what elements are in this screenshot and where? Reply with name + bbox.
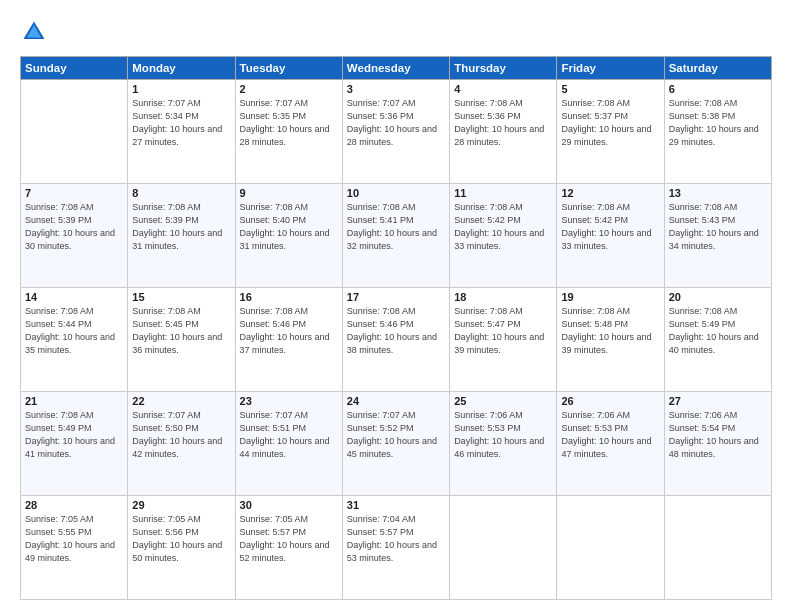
- day-info: Sunrise: 7:08 AMSunset: 5:41 PMDaylight:…: [347, 201, 445, 253]
- day-number: 5: [561, 83, 659, 95]
- day-number: 2: [240, 83, 338, 95]
- day-number: 4: [454, 83, 552, 95]
- day-info: Sunrise: 7:08 AMSunset: 5:42 PMDaylight:…: [561, 201, 659, 253]
- calendar-cell: 7Sunrise: 7:08 AMSunset: 5:39 PMDaylight…: [21, 184, 128, 288]
- calendar-cell: 11Sunrise: 7:08 AMSunset: 5:42 PMDayligh…: [450, 184, 557, 288]
- day-number: 12: [561, 187, 659, 199]
- calendar-cell: 27Sunrise: 7:06 AMSunset: 5:54 PMDayligh…: [664, 392, 771, 496]
- calendar-cell: 22Sunrise: 7:07 AMSunset: 5:50 PMDayligh…: [128, 392, 235, 496]
- calendar-cell: 6Sunrise: 7:08 AMSunset: 5:38 PMDaylight…: [664, 80, 771, 184]
- calendar-week-row: 7Sunrise: 7:08 AMSunset: 5:39 PMDaylight…: [21, 184, 772, 288]
- col-header-monday: Monday: [128, 57, 235, 80]
- day-number: 13: [669, 187, 767, 199]
- calendar-cell: 14Sunrise: 7:08 AMSunset: 5:44 PMDayligh…: [21, 288, 128, 392]
- day-info: Sunrise: 7:08 AMSunset: 5:48 PMDaylight:…: [561, 305, 659, 357]
- day-number: 23: [240, 395, 338, 407]
- calendar-cell: 26Sunrise: 7:06 AMSunset: 5:53 PMDayligh…: [557, 392, 664, 496]
- day-number: 8: [132, 187, 230, 199]
- day-info: Sunrise: 7:07 AMSunset: 5:52 PMDaylight:…: [347, 409, 445, 461]
- calendar-cell: 9Sunrise: 7:08 AMSunset: 5:40 PMDaylight…: [235, 184, 342, 288]
- day-number: 29: [132, 499, 230, 511]
- day-number: 25: [454, 395, 552, 407]
- header: [20, 18, 772, 46]
- day-info: Sunrise: 7:08 AMSunset: 5:49 PMDaylight:…: [25, 409, 123, 461]
- calendar-cell: 25Sunrise: 7:06 AMSunset: 5:53 PMDayligh…: [450, 392, 557, 496]
- day-number: 20: [669, 291, 767, 303]
- day-number: 31: [347, 499, 445, 511]
- calendar-cell: [664, 496, 771, 600]
- day-number: 21: [25, 395, 123, 407]
- day-number: 1: [132, 83, 230, 95]
- day-number: 26: [561, 395, 659, 407]
- day-info: Sunrise: 7:07 AMSunset: 5:35 PMDaylight:…: [240, 97, 338, 149]
- day-info: Sunrise: 7:08 AMSunset: 5:46 PMDaylight:…: [347, 305, 445, 357]
- calendar-cell: 8Sunrise: 7:08 AMSunset: 5:39 PMDaylight…: [128, 184, 235, 288]
- day-info: Sunrise: 7:08 AMSunset: 5:38 PMDaylight:…: [669, 97, 767, 149]
- day-number: 14: [25, 291, 123, 303]
- calendar-table: SundayMondayTuesdayWednesdayThursdayFrid…: [20, 56, 772, 600]
- day-info: Sunrise: 7:06 AMSunset: 5:54 PMDaylight:…: [669, 409, 767, 461]
- day-number: 22: [132, 395, 230, 407]
- day-number: 10: [347, 187, 445, 199]
- day-info: Sunrise: 7:05 AMSunset: 5:56 PMDaylight:…: [132, 513, 230, 565]
- col-header-saturday: Saturday: [664, 57, 771, 80]
- day-number: 15: [132, 291, 230, 303]
- day-info: Sunrise: 7:05 AMSunset: 5:57 PMDaylight:…: [240, 513, 338, 565]
- logo: [20, 18, 52, 46]
- col-header-tuesday: Tuesday: [235, 57, 342, 80]
- day-number: 11: [454, 187, 552, 199]
- calendar-header-row: SundayMondayTuesdayWednesdayThursdayFrid…: [21, 57, 772, 80]
- day-number: 30: [240, 499, 338, 511]
- calendar-cell: [21, 80, 128, 184]
- day-info: Sunrise: 7:07 AMSunset: 5:34 PMDaylight:…: [132, 97, 230, 149]
- day-info: Sunrise: 7:08 AMSunset: 5:42 PMDaylight:…: [454, 201, 552, 253]
- day-info: Sunrise: 7:08 AMSunset: 5:44 PMDaylight:…: [25, 305, 123, 357]
- day-info: Sunrise: 7:08 AMSunset: 5:46 PMDaylight:…: [240, 305, 338, 357]
- page: SundayMondayTuesdayWednesdayThursdayFrid…: [0, 0, 792, 612]
- calendar-cell: 4Sunrise: 7:08 AMSunset: 5:36 PMDaylight…: [450, 80, 557, 184]
- day-info: Sunrise: 7:08 AMSunset: 5:39 PMDaylight:…: [132, 201, 230, 253]
- calendar-cell: 17Sunrise: 7:08 AMSunset: 5:46 PMDayligh…: [342, 288, 449, 392]
- calendar-cell: 5Sunrise: 7:08 AMSunset: 5:37 PMDaylight…: [557, 80, 664, 184]
- day-number: 3: [347, 83, 445, 95]
- col-header-thursday: Thursday: [450, 57, 557, 80]
- day-number: 6: [669, 83, 767, 95]
- calendar-cell: 16Sunrise: 7:08 AMSunset: 5:46 PMDayligh…: [235, 288, 342, 392]
- day-info: Sunrise: 7:07 AMSunset: 5:51 PMDaylight:…: [240, 409, 338, 461]
- day-info: Sunrise: 7:08 AMSunset: 5:36 PMDaylight:…: [454, 97, 552, 149]
- calendar-cell: 20Sunrise: 7:08 AMSunset: 5:49 PMDayligh…: [664, 288, 771, 392]
- day-info: Sunrise: 7:06 AMSunset: 5:53 PMDaylight:…: [454, 409, 552, 461]
- day-number: 27: [669, 395, 767, 407]
- day-info: Sunrise: 7:06 AMSunset: 5:53 PMDaylight:…: [561, 409, 659, 461]
- day-number: 24: [347, 395, 445, 407]
- day-info: Sunrise: 7:08 AMSunset: 5:43 PMDaylight:…: [669, 201, 767, 253]
- col-header-friday: Friday: [557, 57, 664, 80]
- day-info: Sunrise: 7:08 AMSunset: 5:45 PMDaylight:…: [132, 305, 230, 357]
- day-info: Sunrise: 7:07 AMSunset: 5:50 PMDaylight:…: [132, 409, 230, 461]
- col-header-wednesday: Wednesday: [342, 57, 449, 80]
- calendar-cell: 12Sunrise: 7:08 AMSunset: 5:42 PMDayligh…: [557, 184, 664, 288]
- calendar-cell: 1Sunrise: 7:07 AMSunset: 5:34 PMDaylight…: [128, 80, 235, 184]
- calendar-cell: 24Sunrise: 7:07 AMSunset: 5:52 PMDayligh…: [342, 392, 449, 496]
- calendar-cell: 23Sunrise: 7:07 AMSunset: 5:51 PMDayligh…: [235, 392, 342, 496]
- calendar-cell: 13Sunrise: 7:08 AMSunset: 5:43 PMDayligh…: [664, 184, 771, 288]
- day-info: Sunrise: 7:08 AMSunset: 5:49 PMDaylight:…: [669, 305, 767, 357]
- calendar-cell: 29Sunrise: 7:05 AMSunset: 5:56 PMDayligh…: [128, 496, 235, 600]
- calendar-cell: 19Sunrise: 7:08 AMSunset: 5:48 PMDayligh…: [557, 288, 664, 392]
- day-info: Sunrise: 7:08 AMSunset: 5:37 PMDaylight:…: [561, 97, 659, 149]
- day-number: 16: [240, 291, 338, 303]
- day-info: Sunrise: 7:08 AMSunset: 5:47 PMDaylight:…: [454, 305, 552, 357]
- calendar-cell: 3Sunrise: 7:07 AMSunset: 5:36 PMDaylight…: [342, 80, 449, 184]
- day-info: Sunrise: 7:05 AMSunset: 5:55 PMDaylight:…: [25, 513, 123, 565]
- calendar-cell: 18Sunrise: 7:08 AMSunset: 5:47 PMDayligh…: [450, 288, 557, 392]
- day-number: 19: [561, 291, 659, 303]
- calendar-cell: 31Sunrise: 7:04 AMSunset: 5:57 PMDayligh…: [342, 496, 449, 600]
- calendar-week-row: 28Sunrise: 7:05 AMSunset: 5:55 PMDayligh…: [21, 496, 772, 600]
- calendar-cell: [450, 496, 557, 600]
- day-info: Sunrise: 7:04 AMSunset: 5:57 PMDaylight:…: [347, 513, 445, 565]
- logo-icon: [20, 18, 48, 46]
- day-number: 7: [25, 187, 123, 199]
- col-header-sunday: Sunday: [21, 57, 128, 80]
- calendar-week-row: 1Sunrise: 7:07 AMSunset: 5:34 PMDaylight…: [21, 80, 772, 184]
- calendar-cell: [557, 496, 664, 600]
